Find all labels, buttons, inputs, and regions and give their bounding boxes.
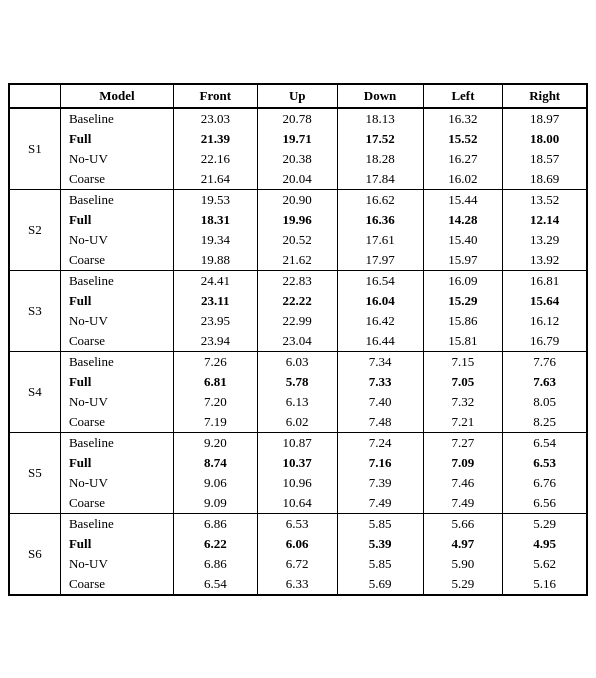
- cell-up: 5.78: [257, 372, 337, 392]
- cell-right: 16.79: [503, 331, 587, 352]
- cell-right: 18.57: [503, 149, 587, 169]
- model-name: Baseline: [60, 189, 173, 210]
- cell-left: 16.02: [423, 169, 503, 190]
- cell-up: 19.96: [257, 210, 337, 230]
- cell-down: 5.85: [337, 554, 423, 574]
- cell-up: 23.04: [257, 331, 337, 352]
- cell-up: 19.71: [257, 129, 337, 149]
- cell-front: 19.88: [173, 250, 257, 271]
- cell-down: 17.61: [337, 230, 423, 250]
- header-scene: [9, 84, 60, 108]
- cell-up: 6.13: [257, 392, 337, 412]
- cell-right: 6.76: [503, 473, 587, 493]
- cell-down: 7.49: [337, 493, 423, 514]
- model-name: Full: [60, 372, 173, 392]
- table-row: No-UV9.0610.967.397.466.76: [9, 473, 587, 493]
- cell-up: 6.03: [257, 351, 337, 372]
- cell-left: 15.97: [423, 250, 503, 271]
- cell-right: 7.63: [503, 372, 587, 392]
- scene-label: S2: [9, 189, 60, 270]
- cell-up: 6.53: [257, 513, 337, 534]
- model-name: No-UV: [60, 149, 173, 169]
- cell-down: 5.39: [337, 534, 423, 554]
- cell-up: 6.06: [257, 534, 337, 554]
- cell-left: 15.52: [423, 129, 503, 149]
- header-up: Up: [257, 84, 337, 108]
- cell-front: 6.54: [173, 574, 257, 595]
- cell-down: 7.16: [337, 453, 423, 473]
- cell-up: 10.87: [257, 432, 337, 453]
- header-row: Model Front Up Down Left Right: [9, 84, 587, 108]
- header-right: Right: [503, 84, 587, 108]
- table-row: Coarse21.6420.0417.8416.0218.69: [9, 169, 587, 190]
- cell-front: 6.81: [173, 372, 257, 392]
- cell-down: 7.34: [337, 351, 423, 372]
- cell-left: 7.21: [423, 412, 503, 433]
- table-row: No-UV6.866.725.855.905.62: [9, 554, 587, 574]
- cell-left: 15.40: [423, 230, 503, 250]
- cell-right: 13.29: [503, 230, 587, 250]
- cell-front: 23.94: [173, 331, 257, 352]
- cell-front: 21.64: [173, 169, 257, 190]
- cell-front: 21.39: [173, 129, 257, 149]
- cell-front: 23.95: [173, 311, 257, 331]
- cell-up: 22.83: [257, 270, 337, 291]
- cell-left: 16.27: [423, 149, 503, 169]
- cell-left: 7.05: [423, 372, 503, 392]
- model-name: Coarse: [60, 412, 173, 433]
- cell-front: 9.09: [173, 493, 257, 514]
- cell-left: 15.44: [423, 189, 503, 210]
- table-row: Coarse19.8821.6217.9715.9713.92: [9, 250, 587, 271]
- scene-label: S6: [9, 513, 60, 595]
- table-row: S1Baseline23.0320.7818.1316.3218.97: [9, 108, 587, 129]
- model-name: Baseline: [60, 108, 173, 129]
- cell-front: 23.03: [173, 108, 257, 129]
- table-row: Full18.3119.9616.3614.2812.14: [9, 210, 587, 230]
- results-table: Model Front Up Down Left Right S1Baselin…: [8, 83, 588, 596]
- cell-down: 16.04: [337, 291, 423, 311]
- header-down: Down: [337, 84, 423, 108]
- cell-front: 19.53: [173, 189, 257, 210]
- cell-down: 16.42: [337, 311, 423, 331]
- cell-down: 16.62: [337, 189, 423, 210]
- cell-left: 15.86: [423, 311, 503, 331]
- cell-left: 16.32: [423, 108, 503, 129]
- table-row: Full6.815.787.337.057.63: [9, 372, 587, 392]
- cell-right: 6.54: [503, 432, 587, 453]
- cell-front: 19.34: [173, 230, 257, 250]
- table-row: Full23.1122.2216.0415.2915.64: [9, 291, 587, 311]
- table-row: S5Baseline9.2010.877.247.276.54: [9, 432, 587, 453]
- table-row: S2Baseline19.5320.9016.6215.4413.52: [9, 189, 587, 210]
- cell-up: 20.04: [257, 169, 337, 190]
- table-row: Coarse6.546.335.695.295.16: [9, 574, 587, 595]
- cell-up: 6.33: [257, 574, 337, 595]
- cell-down: 5.85: [337, 513, 423, 534]
- cell-front: 9.20: [173, 432, 257, 453]
- cell-down: 17.84: [337, 169, 423, 190]
- model-name: Full: [60, 534, 173, 554]
- model-name: Full: [60, 453, 173, 473]
- cell-up: 10.37: [257, 453, 337, 473]
- cell-right: 16.81: [503, 270, 587, 291]
- cell-down: 18.28: [337, 149, 423, 169]
- cell-left: 14.28: [423, 210, 503, 230]
- cell-right: 13.92: [503, 250, 587, 271]
- cell-right: 8.25: [503, 412, 587, 433]
- cell-front: 7.20: [173, 392, 257, 412]
- cell-right: 18.97: [503, 108, 587, 129]
- cell-left: 7.09: [423, 453, 503, 473]
- scene-label: S3: [9, 270, 60, 351]
- cell-right: 6.56: [503, 493, 587, 514]
- model-name: No-UV: [60, 392, 173, 412]
- table-row: Full8.7410.377.167.096.53: [9, 453, 587, 473]
- cell-up: 22.99: [257, 311, 337, 331]
- cell-front: 24.41: [173, 270, 257, 291]
- table-row: No-UV19.3420.5217.6115.4013.29: [9, 230, 587, 250]
- cell-left: 15.29: [423, 291, 503, 311]
- cell-up: 20.78: [257, 108, 337, 129]
- header-left: Left: [423, 84, 503, 108]
- cell-up: 10.96: [257, 473, 337, 493]
- cell-front: 6.86: [173, 513, 257, 534]
- cell-down: 7.48: [337, 412, 423, 433]
- cell-left: 7.49: [423, 493, 503, 514]
